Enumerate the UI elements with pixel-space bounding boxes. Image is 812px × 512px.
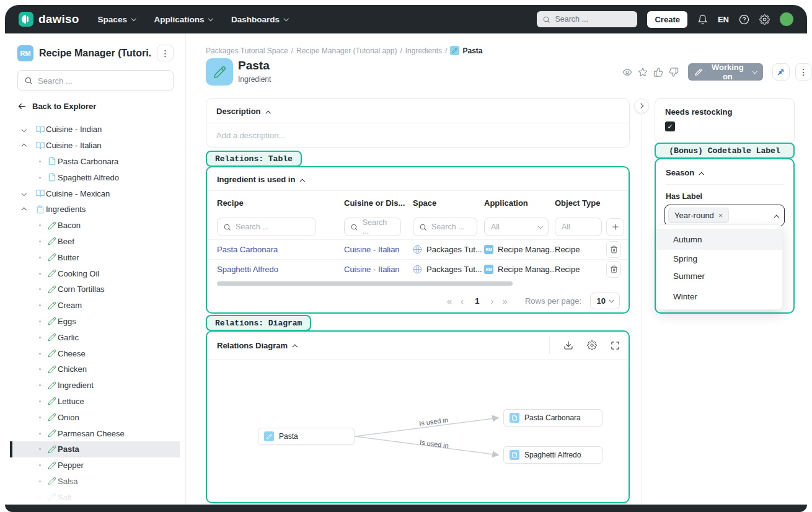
dropdown-option-autumn[interactable]: Autumn — [657, 229, 782, 250]
cuisine-link[interactable]: Cuisine - Italian — [344, 265, 400, 274]
column-header-cuisine-or-dis[interactable]: Cuisine or Dis... — [344, 198, 413, 208]
thumbs-up-icon[interactable] — [653, 67, 663, 77]
description-placeholder[interactable]: Add a description... — [206, 123, 629, 148]
tree-item-cheese[interactable]: Cheese — [10, 345, 180, 361]
recipe-link[interactable]: Spaghetti Alfredo — [217, 265, 278, 274]
global-search-input[interactable]: Search ... — [537, 11, 637, 27]
horizontal-scrollbar[interactable] — [217, 281, 513, 286]
tree-item-label: Chicken — [58, 364, 87, 374]
object-type-filter-select[interactable]: All — [555, 218, 602, 236]
diagram-node-target[interactable]: Pasta Carbonara — [503, 409, 602, 426]
next-page-button[interactable]: › — [491, 296, 494, 306]
needs-restocking-checkbox[interactable]: ✓ — [665, 121, 675, 131]
tree-item-ingredient[interactable]: Ingredient — [10, 377, 180, 394]
more-options-button[interactable]: ⋮ — [795, 63, 812, 81]
dawiso-logo[interactable]: dawiso — [19, 12, 79, 27]
jira-integration-button[interactable] — [772, 63, 789, 81]
diagram-canvas[interactable]: Is used in Is used in Pasta Pasta Carbon… — [207, 360, 629, 502]
space-filter-input[interactable]: Search ... — [413, 218, 477, 236]
diagram-node-source[interactable]: Pasta — [258, 428, 355, 445]
tree-item-cuisine-mexican[interactable]: Cuisine - Mexican — [10, 185, 180, 201]
tree-item-parmesan-cheese[interactable]: Parmesan Cheese — [10, 425, 180, 441]
dropdown-option-winter[interactable]: Winter — [657, 287, 782, 306]
chevron-up-icon[interactable] — [22, 144, 26, 148]
column-header-recipe[interactable]: Recipe — [217, 198, 344, 208]
create-button[interactable]: Create — [647, 11, 687, 28]
delete-relation-button[interactable] — [606, 261, 621, 278]
thumbs-down-icon[interactable] — [669, 67, 679, 77]
breadcrumb-link-recipe-manager-tutorial-app[interactable]: Recipe Manager (Tutorial app) — [296, 46, 397, 55]
tree-item-corn-tortillas[interactable]: Corn Tortillas — [10, 281, 180, 298]
recipe-filter-input[interactable]: Search ... — [217, 218, 316, 236]
application-filter-select[interactable]: All — [484, 218, 549, 236]
tree-item-pasta[interactable]: Pasta — [10, 441, 180, 457]
collapse-chevron-icon[interactable] — [300, 179, 305, 184]
language-selector[interactable]: EN — [718, 15, 729, 24]
tree-item-cuisine-italian[interactable]: Cuisine - Italian — [10, 138, 180, 154]
chevron-up-icon[interactable] — [22, 208, 26, 211]
watch-eye-icon[interactable] — [622, 67, 632, 77]
tree-item-eggs[interactable]: Eggs — [10, 314, 180, 330]
fullscreen-icon[interactable] — [611, 341, 620, 350]
last-page-button[interactable]: » — [503, 296, 508, 306]
tree-item-beef[interactable]: Beef — [10, 234, 180, 250]
column-header-space[interactable]: Space — [413, 198, 484, 208]
collapse-chevron-icon[interactable] — [293, 345, 298, 350]
nav-menu-dashboards[interactable]: Dashboards — [231, 15, 288, 24]
tree-item-cuisine-indian[interactable]: Cuisine - Indian — [10, 121, 180, 138]
dropdown-option-summer[interactable]: Summer — [657, 267, 782, 285]
nav-menu-applications[interactable]: Applications — [154, 15, 213, 24]
rows-per-page-select[interactable]: 10 — [590, 293, 620, 309]
download-icon[interactable] — [563, 340, 573, 350]
cuisine-link[interactable]: Cuisine - Italian — [344, 245, 400, 254]
settings-gear-icon[interactable] — [759, 14, 770, 25]
cuisine-filter-input[interactable]: Search ... — [344, 218, 401, 236]
add-relation-button[interactable] — [606, 218, 624, 236]
panel-collapse-button[interactable] — [634, 99, 649, 113]
status-dropdown-button[interactable]: Working on — [688, 63, 763, 81]
tree-item-spaghetti-alfredo[interactable]: Spaghetti Alfredo — [10, 169, 180, 185]
bullet-dot — [39, 273, 41, 275]
collapse-chevron-icon[interactable] — [265, 111, 270, 116]
tree-item-salsa[interactable]: Salsa — [10, 474, 180, 490]
back-to-explorer-link[interactable]: Back to Explorer — [17, 102, 96, 111]
delete-relation-button[interactable] — [606, 241, 621, 258]
sidebar-menu-button[interactable]: ⋮ — [157, 45, 174, 61]
tree-item-garlic[interactable]: Garlic — [10, 329, 180, 345]
prev-page-button[interactable]: ‹ — [461, 296, 464, 306]
tree-item-bacon[interactable]: Bacon — [10, 218, 180, 234]
tree-item-label: Ingredient — [58, 381, 94, 390]
chevron-down-icon[interactable] — [22, 128, 26, 131]
tree-item-cooking-oil[interactable]: Cooking Oil — [10, 265, 180, 281]
current-page[interactable]: 1 — [475, 296, 480, 306]
collapse-chevron-icon[interactable] — [699, 172, 704, 177]
tree-item-cream[interactable]: Cream — [10, 298, 180, 314]
tree-item-pepper[interactable]: Pepper — [10, 457, 180, 474]
remove-chip-icon[interactable]: × — [718, 211, 723, 220]
user-avatar[interactable] — [780, 12, 793, 26]
tree-item-butter[interactable]: Butter — [10, 249, 180, 265]
sidebar-search-input[interactable]: Search ... — [17, 70, 174, 91]
breadcrumb-link-packages-tutorial-space[interactable]: Packages Tutorial Space — [206, 46, 288, 55]
favorite-star-icon[interactable] — [638, 67, 648, 77]
tree-item-ingredients[interactable]: Ingredients — [10, 201, 180, 218]
tree-item-salt[interactable]: Salt — [10, 489, 180, 505]
nav-menu-spaces[interactable]: Spaces — [98, 15, 136, 24]
breadcrumb-link-ingredients[interactable]: Ingredients — [405, 46, 442, 55]
column-header-object-type[interactable]: Object Type — [555, 198, 606, 208]
help-icon[interactable] — [739, 14, 749, 25]
dropdown-option-spring[interactable]: Spring — [657, 250, 782, 267]
tree-item-chicken[interactable]: Chicken — [10, 361, 180, 377]
notifications-bell-icon[interactable] — [697, 14, 708, 25]
diagram-node-target[interactable]: Spaghetti Alfredo — [503, 446, 602, 464]
first-page-button[interactable]: « — [447, 296, 452, 306]
tree-item-onion[interactable]: Onion — [10, 409, 180, 425]
tree-item-lettuce[interactable]: Lettuce — [10, 394, 180, 410]
has-label-select[interactable]: Year-round × — [664, 205, 785, 226]
recipe-link[interactable]: Pasta Carbonara — [217, 245, 278, 254]
diagram-settings-icon[interactable] — [587, 340, 597, 350]
chevron-down-icon[interactable] — [22, 192, 26, 195]
column-header-application[interactable]: Application — [484, 198, 555, 208]
search-icon — [24, 76, 33, 85]
tree-item-pasta-carbonara[interactable]: Pasta Carbonara — [10, 154, 180, 170]
